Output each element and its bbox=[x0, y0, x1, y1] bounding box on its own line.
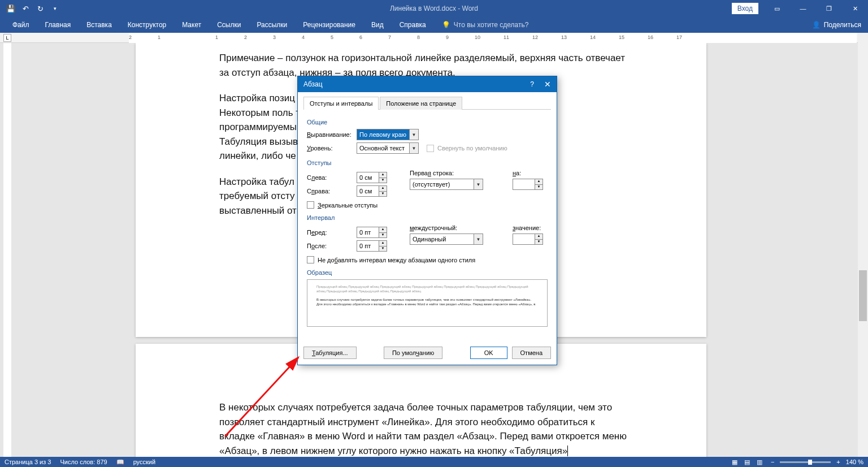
tab-home[interactable]: Главная bbox=[37, 18, 79, 32]
line-spacing-label: междустрочный: bbox=[410, 224, 507, 231]
right-indent-spinner[interactable]: 0 см▲▼ bbox=[357, 185, 387, 197]
chevron-down-icon: ▼ bbox=[409, 129, 418, 140]
no-add-space-checkbox[interactable] bbox=[307, 256, 314, 263]
tab-selector[interactable]: L bbox=[3, 34, 11, 42]
dialog-title-bar[interactable]: Абзац ? ✕ bbox=[298, 76, 557, 92]
tab-references[interactable]: Ссылки bbox=[209, 18, 249, 32]
ruler-area: L 211234567891011121314151617 bbox=[0, 33, 868, 43]
text-cursor bbox=[567, 446, 568, 456]
no-add-space-label: Не добавлять интервал между абзацами одн… bbox=[318, 257, 475, 263]
first-line-value-spinner[interactable]: ▲▼ bbox=[513, 179, 543, 190]
cancel-button[interactable]: Отмена bbox=[512, 347, 551, 359]
qat-dropdown-icon[interactable]: ▾ bbox=[49, 2, 61, 15]
tab-design[interactable]: Конструктор bbox=[120, 18, 174, 32]
word-count[interactable]: Число слов: 879 bbox=[60, 459, 107, 465]
preview-box: Предыдущий абзац Предыдущий абзац Предыд… bbox=[307, 279, 548, 327]
view-buttons: ▦ ▤ ▥ bbox=[729, 458, 765, 466]
chevron-down-icon: ▼ bbox=[409, 143, 418, 153]
preview-prev-text: Предыдущий абзац Предыдущий абзац Предыд… bbox=[316, 284, 538, 294]
before-spinner[interactable]: 0 пт▲▼ bbox=[357, 227, 387, 238]
line-spacing-select[interactable]: Одинарный▼ bbox=[410, 234, 483, 245]
dialog-title: Абзац bbox=[303, 80, 323, 88]
maximize-icon[interactable]: ❐ bbox=[816, 0, 842, 17]
scrollbar-thumb[interactable] bbox=[859, 270, 867, 321]
tab-indents-spacing[interactable]: Отступы и интервалы bbox=[303, 97, 379, 110]
tabulation-button[interactable]: Табуляция... bbox=[303, 347, 357, 359]
left-indent-spinner[interactable]: 0 см▲▼ bbox=[357, 172, 387, 183]
chevron-down-icon: ▼ bbox=[474, 179, 483, 189]
level-label: Уровень: bbox=[307, 145, 357, 152]
zoom-slider[interactable] bbox=[780, 461, 831, 463]
undo-icon[interactable]: ↶ bbox=[19, 2, 32, 15]
level-select[interactable]: Основной текст ▼ bbox=[357, 142, 419, 154]
default-button[interactable]: По умолчанию bbox=[384, 347, 442, 359]
after-spinner[interactable]: 0 пт▲▼ bbox=[357, 240, 387, 252]
close-icon[interactable]: ✕ bbox=[842, 0, 868, 17]
first-line-select[interactable]: (отсутствует)▼ bbox=[410, 179, 483, 190]
left-indent-value: 0 см bbox=[359, 174, 372, 181]
minimize-icon[interactable]: — bbox=[790, 0, 816, 17]
share-icon: 👤 bbox=[812, 21, 821, 29]
horizontal-ruler[interactable]: 211234567891011121314151617 bbox=[129, 33, 857, 43]
page-indicator[interactable]: Страница 3 из 3 bbox=[5, 459, 51, 465]
web-layout-icon[interactable]: ▥ bbox=[754, 458, 765, 466]
section-interval: Интервал bbox=[307, 214, 548, 221]
line-spacing-value: Одинарный bbox=[413, 236, 446, 243]
ribbon-display-icon[interactable]: ▭ bbox=[764, 0, 790, 17]
ok-button[interactable]: OK bbox=[470, 347, 507, 359]
tab-help[interactable]: Справка bbox=[392, 18, 434, 32]
vertical-scrollbar[interactable] bbox=[858, 33, 868, 457]
tab-mailings[interactable]: Рассылки bbox=[249, 18, 295, 32]
share-label: Поделиться bbox=[824, 21, 861, 29]
section-general: Общие bbox=[307, 119, 548, 126]
proofing-icon[interactable]: 📖 bbox=[116, 459, 124, 466]
share-button[interactable]: 👤 Поделиться bbox=[812, 21, 861, 29]
first-line-value: (отсутствует) bbox=[413, 181, 450, 188]
left-indent-label: Слева: bbox=[307, 174, 357, 181]
after-label: После: bbox=[307, 243, 357, 249]
status-bar: Страница 3 из 3 Число слов: 879 📖 русски… bbox=[0, 457, 868, 467]
before-label: Перед: bbox=[307, 229, 357, 236]
tab-view[interactable]: Вид bbox=[363, 18, 392, 32]
right-indent-label: Справа: bbox=[307, 188, 357, 194]
paragraph-4: В некоторых случаях потребуется задача б… bbox=[219, 400, 627, 457]
alignment-label: Выравнивание: bbox=[307, 131, 357, 138]
tab-page-position[interactable]: Положение на странице bbox=[380, 97, 462, 110]
login-button[interactable]: Вход bbox=[732, 3, 758, 14]
alignment-select[interactable]: По левому краю ▼ bbox=[357, 129, 419, 140]
tab-insert[interactable]: Вставка bbox=[79, 18, 120, 32]
zoom-in-icon[interactable]: + bbox=[836, 459, 840, 465]
title-bar: 💾 ↶ ↻ ▾ Линейка в Word.docx - Word Вход … bbox=[0, 0, 868, 17]
section-indents: Отступы bbox=[307, 159, 548, 166]
ribbon-tabs: Файл Главная Вставка Конструктор Макет С… bbox=[0, 17, 868, 33]
mirror-indents-checkbox[interactable] bbox=[307, 201, 314, 209]
zoom-out-icon[interactable]: − bbox=[771, 459, 774, 465]
save-icon[interactable]: 💾 bbox=[5, 2, 17, 15]
language-indicator[interactable]: русский bbox=[133, 459, 155, 465]
line-value-spinner[interactable]: ▲▼ bbox=[513, 234, 543, 245]
alignment-value: По левому краю bbox=[359, 131, 406, 138]
zoom-thumb[interactable] bbox=[808, 460, 812, 465]
collapse-checkbox bbox=[427, 145, 434, 152]
level-value: Основной текст bbox=[359, 145, 405, 152]
right-indent-value: 0 см bbox=[359, 188, 372, 194]
dialog-close-icon[interactable]: ✕ bbox=[544, 80, 551, 89]
dialog-help-icon[interactable]: ? bbox=[530, 80, 534, 88]
tab-layout[interactable]: Макет bbox=[174, 18, 209, 32]
zoom-level[interactable]: 140 % bbox=[846, 459, 863, 465]
document-title: Линейка в Word.docx - Word bbox=[390, 5, 478, 12]
tab-review[interactable]: Рецензирование bbox=[295, 18, 363, 32]
value-label: значение: bbox=[513, 224, 548, 231]
dialog-tabs: Отступы и интервалы Положение на страниц… bbox=[303, 97, 551, 110]
read-mode-icon[interactable]: ▦ bbox=[729, 458, 740, 466]
lightbulb-icon: 💡 bbox=[442, 21, 450, 29]
section-sample: Образец bbox=[307, 269, 548, 276]
first-line-label: Первая строка: bbox=[410, 170, 507, 176]
redo-icon[interactable]: ↻ bbox=[34, 2, 46, 15]
tell-me-search[interactable]: 💡 Что вы хотите сделать? bbox=[434, 21, 529, 29]
tab-file[interactable]: Файл bbox=[5, 18, 37, 32]
tell-me-label: Что вы хотите сделать? bbox=[454, 21, 529, 29]
print-layout-icon[interactable]: ▤ bbox=[741, 458, 753, 466]
vertical-ruler[interactable] bbox=[3, 43, 11, 457]
on-label: на: bbox=[513, 170, 548, 176]
